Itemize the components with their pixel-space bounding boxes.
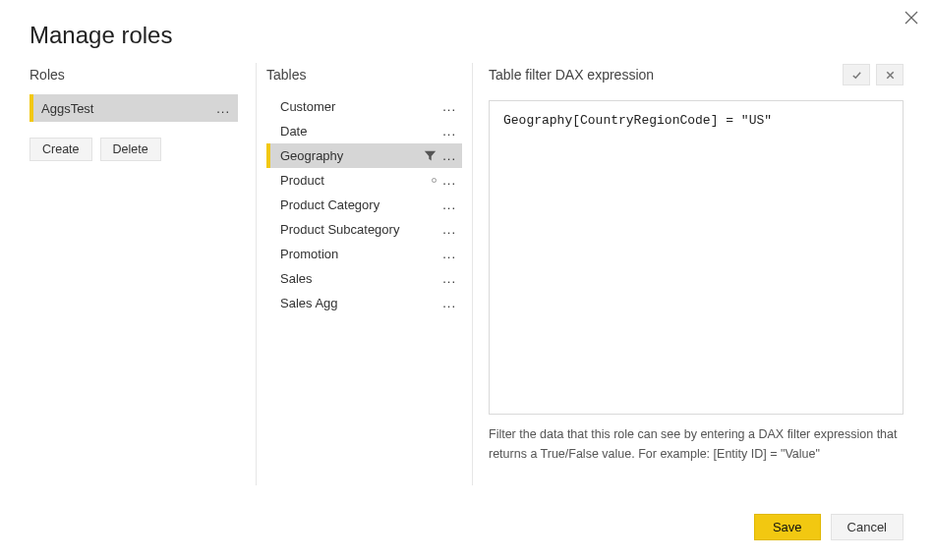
dax-expression-input[interactable]: Geography[CountryRegionCode] = "US" [489,100,904,415]
table-item[interactable]: Geography... [266,143,462,168]
table-menu-button[interactable]: ... [440,271,458,286]
table-item[interactable]: Customer... [266,94,462,119]
table-item-label: Sales Agg [280,296,338,310]
table-item-right: ... [440,99,458,114]
table-item-label: Product Subcategory [280,222,399,237]
roles-column: Roles AggsTest... Create Delete [29,63,256,485]
info-dot-icon [432,178,437,183]
table-menu-button[interactable]: ... [440,247,458,261]
dialog-footer: Save Cancel [754,514,904,540]
table-item-label: Geography [280,148,343,163]
table-item-label: Sales [280,271,313,286]
table-menu-button[interactable]: ... [440,296,458,310]
table-item-label: Date [280,124,307,139]
expression-toolbar [843,64,904,85]
table-menu-button[interactable]: ... [440,197,458,212]
table-item[interactable]: Product... [266,168,462,193]
table-item-right: ... [440,124,458,139]
table-item-right: ... [440,271,458,286]
expression-header: Table filter DAX expression [489,67,654,83]
table-item[interactable]: Promotion... [266,242,462,266]
expression-header-row: Table filter DAX expression [489,63,904,86]
columns-container: Roles AggsTest... Create Delete Tables C… [29,63,904,485]
cancel-button[interactable]: Cancel [831,514,904,540]
roles-actions: Create Delete [29,138,238,161]
table-menu-button[interactable]: ... [440,222,458,237]
table-item[interactable]: Sales Agg... [266,291,462,315]
table-item-label: Product [280,173,324,188]
close-button[interactable] [904,10,919,26]
table-item-label: Customer [280,99,335,114]
manage-roles-dialog: Manage roles Roles AggsTest... Create De… [0,0,933,560]
table-menu-button[interactable]: ... [440,124,458,139]
filter-icon [424,149,437,162]
role-item-label: AggsTest [41,101,93,116]
save-button[interactable]: Save [754,514,821,540]
dialog-title: Manage roles [29,0,904,53]
table-item-right: ... [440,247,458,261]
cancel-expression-button[interactable] [876,64,904,85]
tables-header: Tables [266,63,462,86]
expression-help-text: Filter the data that this role can see b… [489,424,904,464]
table-item-right: ... [440,197,458,212]
tables-list: Customer...Date...Geography...Product...… [266,94,462,315]
table-item[interactable]: Product Subcategory... [266,217,462,242]
table-item[interactable]: Sales... [266,266,462,291]
table-menu-button[interactable]: ... [440,173,458,188]
table-item[interactable]: Product Category... [266,193,462,217]
roles-list: AggsTest... [29,94,238,122]
confirm-expression-button[interactable] [843,64,870,85]
table-item[interactable]: Date... [266,119,462,143]
create-role-button[interactable]: Create [29,138,92,161]
table-item-right: ... [440,222,458,237]
delete-role-button[interactable]: Delete [100,138,161,161]
expression-column: Table filter DAX expression Geography[Co… [472,63,904,485]
table-item-label: Promotion [280,247,338,261]
table-item-right: ... [440,296,458,310]
table-menu-button[interactable]: ... [440,99,458,114]
table-item-right: ... [432,173,458,188]
tables-column: Tables Customer...Date...Geography...Pro… [256,63,472,485]
table-item-label: Product Category [280,197,379,212]
table-menu-button[interactable]: ... [440,148,458,163]
table-item-right: ... [424,148,458,163]
role-menu-button[interactable]: ... [214,101,232,116]
roles-header: Roles [29,63,238,86]
role-item[interactable]: AggsTest... [29,94,238,122]
